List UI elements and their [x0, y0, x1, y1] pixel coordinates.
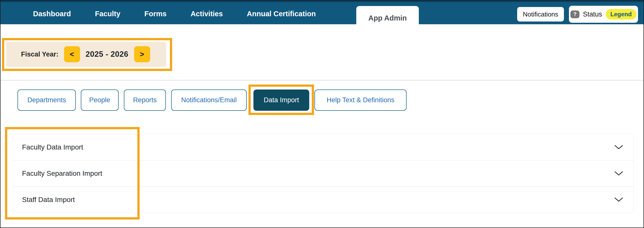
tab-help-text-definitions[interactable]: Help Text & Definitions — [314, 90, 407, 111]
fiscal-year-prev-button[interactable]: < — [64, 46, 80, 62]
tab-departments[interactable]: Departments — [18, 90, 76, 111]
tab-people[interactable]: People — [81, 90, 119, 111]
accordion-row-faculty-data-import[interactable]: Faculty Data Import — [13, 134, 633, 160]
top-navbar: Dashboard Faculty Forms Activities Annua… — [1, 0, 643, 24]
chevron-down-icon — [614, 171, 623, 176]
accordion-row-label: Faculty Separation Import — [22, 170, 102, 178]
nav-item-dashboard[interactable]: Dashboard — [33, 10, 71, 18]
nav-tab-app-admin-active[interactable]: App Admin — [356, 6, 419, 30]
nav-item-activities[interactable]: Activities — [191, 10, 223, 18]
nav-item-annual-certification[interactable]: Annual Certification — [247, 10, 316, 18]
tab-notifications-email[interactable]: Notifications/Email — [171, 90, 247, 111]
tab-data-import-active[interactable]: Data Import — [253, 90, 309, 111]
fiscal-year-label: Fiscal Year: — [21, 50, 59, 58]
main-nav: Dashboard Faculty Forms Activities Annua… — [33, 2, 316, 26]
data-import-accordion: Faculty Data Import Faculty Separation I… — [13, 134, 633, 213]
status-label: Status — [583, 10, 602, 18]
accordion-row-label: Staff Data Import — [22, 196, 75, 204]
tab-reports[interactable]: Reports — [124, 90, 166, 111]
fiscal-year-selector: Fiscal Year: < 2025 - 2026 > — [6, 42, 166, 67]
app-window: { "nav": { "items": ["Dashboard", "Facul… — [0, 0, 644, 228]
nav-item-faculty[interactable]: Faculty — [95, 10, 120, 18]
legend-badge: Legend — [606, 9, 636, 20]
accordion-row-faculty-separation-import[interactable]: Faculty Separation Import — [13, 160, 633, 186]
question-icon: ? — [570, 10, 579, 18]
accordion-row-staff-data-import[interactable]: Staff Data Import — [13, 186, 633, 213]
accordion-row-label: Faculty Data Import — [22, 143, 83, 151]
nav-item-forms[interactable]: Forms — [144, 10, 167, 18]
nav-tab-app-admin-label: App Admin — [368, 14, 407, 22]
chevron-down-icon — [614, 197, 623, 202]
chevron-down-icon — [614, 145, 623, 150]
section-divider — [1, 80, 643, 80]
status-legend-button[interactable]: ? Status Legend — [569, 6, 638, 23]
fiscal-year-next-button[interactable]: > — [134, 46, 150, 62]
notifications-button[interactable]: Notifications — [517, 7, 564, 22]
fiscal-year-value: 2025 - 2026 — [86, 50, 129, 59]
